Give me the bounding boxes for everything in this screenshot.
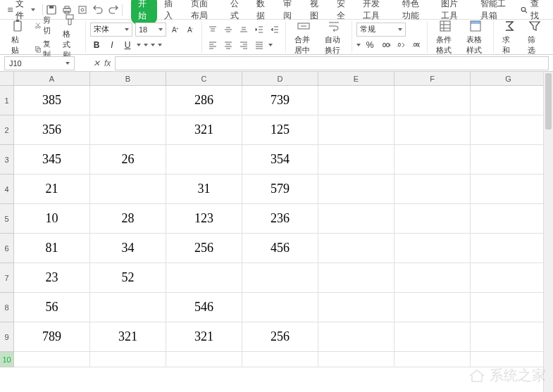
- italic-button[interactable]: I: [106, 39, 118, 51]
- cell-E9[interactable]: [318, 322, 394, 352]
- cut-button[interactable]: 剪切: [32, 14, 56, 37]
- row-header-10[interactable]: 10: [0, 352, 14, 367]
- cell-B9[interactable]: 321: [90, 322, 166, 352]
- font-color-button[interactable]: A: [151, 44, 155, 46]
- cell-D6[interactable]: 456: [242, 234, 318, 263]
- sum-button[interactable]: 求和: [498, 18, 521, 57]
- fill-color-button[interactable]: [144, 44, 148, 46]
- row-header-3[interactable]: 3: [0, 145, 14, 175]
- row-header-4[interactable]: 4: [0, 175, 14, 204]
- theme-button[interactable]: [158, 44, 162, 46]
- align-middle-button[interactable]: [222, 23, 235, 36]
- select-all-corner[interactable]: [0, 72, 14, 86]
- cell-E7[interactable]: [318, 263, 394, 293]
- cell-C7[interactable]: [166, 263, 242, 293]
- col-header-A[interactable]: A: [14, 72, 90, 86]
- cell-D9[interactable]: 256: [242, 322, 318, 352]
- cell-G1[interactable]: [471, 86, 547, 115]
- cell-B8[interactable]: [90, 293, 166, 322]
- increase-decimal-button[interactable]: .0: [394, 39, 407, 51]
- col-header-E[interactable]: E: [318, 72, 394, 86]
- filter-button[interactable]: 筛选: [523, 18, 546, 57]
- name-box[interactable]: J10: [4, 56, 75, 70]
- cell-G8[interactable]: [471, 293, 547, 322]
- row-header-6[interactable]: 6: [0, 234, 14, 263]
- decrease-decimal-button[interactable]: .00: [410, 39, 423, 51]
- align-right-button[interactable]: [237, 39, 250, 51]
- cell-E4[interactable]: [318, 175, 394, 204]
- paste-button[interactable]: 粘贴: [7, 18, 30, 57]
- cell-C6[interactable]: 256: [166, 234, 242, 263]
- decrease-indent-button[interactable]: [253, 23, 266, 36]
- row-header-9[interactable]: 9: [0, 322, 14, 352]
- cell-E2[interactable]: [318, 115, 394, 145]
- cell-B7[interactable]: 52: [90, 263, 166, 293]
- cell-F4[interactable]: [394, 175, 471, 204]
- table-style-button[interactable]: 表格样式: [462, 18, 490, 57]
- row-header-1[interactable]: 1: [0, 86, 14, 115]
- cell-F2[interactable]: [394, 115, 471, 145]
- merge-center-button[interactable]: 合并居中: [290, 18, 318, 57]
- increase-indent-button[interactable]: [268, 23, 281, 36]
- cell-G4[interactable]: [471, 175, 547, 204]
- undo-icon[interactable]: [92, 4, 104, 15]
- cell-C10[interactable]: [166, 352, 242, 367]
- justify-button[interactable]: [253, 39, 266, 51]
- conditional-format-button[interactable]: 条件格式: [432, 18, 459, 57]
- cell-A10[interactable]: [14, 352, 90, 367]
- align-bottom-button[interactable]: [237, 23, 250, 36]
- cell-F9[interactable]: [394, 322, 471, 352]
- cell-G3[interactable]: [471, 145, 547, 175]
- underline-button[interactable]: U: [121, 39, 134, 51]
- row-header-5[interactable]: 5: [0, 204, 14, 234]
- cell-E3[interactable]: [318, 145, 394, 175]
- bold-button[interactable]: B: [90, 39, 103, 51]
- cell-C5[interactable]: 123: [166, 204, 242, 234]
- align-center-button[interactable]: [222, 39, 235, 51]
- formula-input[interactable]: [115, 56, 549, 70]
- cell-G2[interactable]: [471, 115, 547, 145]
- cell-F6[interactable]: [394, 234, 471, 263]
- fx-icon[interactable]: fx: [104, 58, 111, 68]
- cell-B5[interactable]: 28: [90, 204, 166, 234]
- cell-B4[interactable]: [90, 175, 166, 204]
- cell-D3[interactable]: 354: [242, 145, 318, 175]
- cell-F1[interactable]: [394, 86, 471, 115]
- cell-D7[interactable]: [242, 263, 318, 293]
- decrease-font-button[interactable]: A-: [185, 23, 197, 36]
- cell-E10[interactable]: [318, 352, 394, 367]
- col-header-B[interactable]: B: [90, 72, 166, 86]
- cell-A1[interactable]: 385: [14, 86, 90, 115]
- cell-D1[interactable]: 739: [242, 86, 318, 115]
- comma-button[interactable]: 000: [379, 39, 392, 51]
- cell-C8[interactable]: 546: [166, 293, 242, 322]
- increase-font-button[interactable]: A+: [169, 23, 182, 36]
- border-button[interactable]: [137, 44, 141, 46]
- cell-B10[interactable]: [90, 352, 166, 367]
- orientation-button[interactable]: ab: [268, 44, 273, 46]
- row-header-7[interactable]: 7: [0, 263, 14, 293]
- row-header-2[interactable]: 2: [0, 115, 14, 145]
- col-header-G[interactable]: G: [471, 72, 547, 86]
- cancel-icon[interactable]: ✕: [93, 58, 100, 68]
- cell-G9[interactable]: [471, 322, 547, 352]
- cell-F7[interactable]: [394, 263, 471, 293]
- cell-B1[interactable]: [90, 86, 166, 115]
- cell-F3[interactable]: [394, 145, 471, 175]
- row-header-8[interactable]: 8: [0, 293, 14, 322]
- col-header-F[interactable]: F: [394, 72, 471, 86]
- cell-E5[interactable]: [318, 204, 394, 234]
- align-top-button[interactable]: [206, 23, 219, 36]
- col-header-D[interactable]: D: [242, 72, 318, 86]
- cell-D5[interactable]: 236: [242, 204, 318, 234]
- cell-A9[interactable]: 789: [14, 322, 90, 352]
- align-left-button[interactable]: [206, 39, 219, 51]
- cell-C3[interactable]: [166, 145, 242, 175]
- cell-D10[interactable]: [242, 352, 318, 367]
- cell-A3[interactable]: 345: [14, 145, 90, 175]
- number-format-combo[interactable]: 常规: [356, 23, 406, 37]
- cell-G10[interactable]: [471, 352, 547, 367]
- cell-F10[interactable]: [394, 352, 471, 367]
- font-size-combo[interactable]: 18: [135, 23, 166, 37]
- redo-icon[interactable]: [108, 4, 119, 15]
